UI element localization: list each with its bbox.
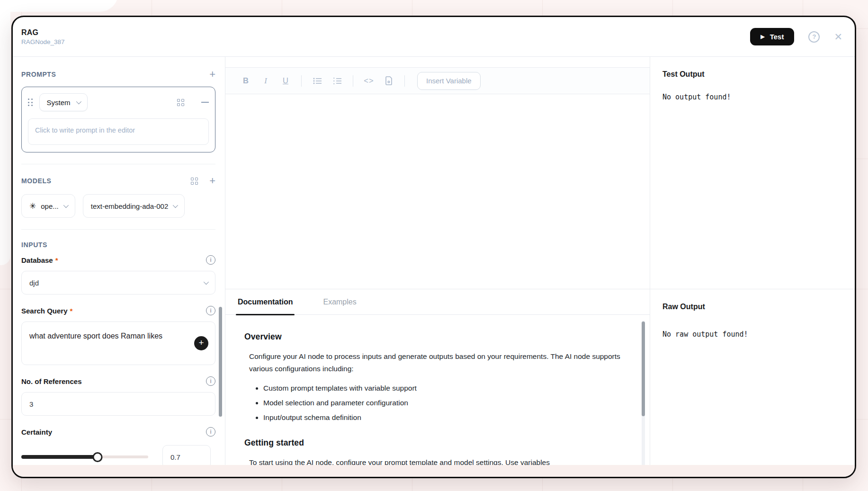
docs-scrollbar[interactable] [642,321,645,416]
divider [21,229,215,230]
provider-select[interactable]: ✳ ope... [21,194,75,218]
certainty-slider-fill [21,455,98,459]
prompt-role-select[interactable]: System [39,93,88,111]
background-canvas-node [0,0,118,12]
bullet-item: Custom prompt templates with variable su… [263,384,629,393]
bullet-item: Model selection and parameter configurat… [263,399,629,407]
openai-logo-icon: ✳ [29,202,36,210]
overview-bullet-list: Custom prompt templates with variable su… [244,384,629,422]
rag-node-modal: RAG RAGNode_387 ▶ Test ? ✕ PROMPTS + [11,16,856,478]
chevron-down-icon [63,203,69,208]
test-button[interactable]: ▶ Test [750,28,794,45]
test-button-label: Test [770,33,784,41]
overview-paragraph: Configure your AI node to process inputs… [244,350,629,375]
remove-prompt-icon[interactable] [201,102,209,103]
numbered-list-icon[interactable] [329,73,345,89]
test-output-empty-message: No output found! [662,93,842,101]
bullet-list-icon[interactable] [309,73,325,89]
database-label: Database [21,256,53,264]
certainty-slider[interactable] [21,452,148,462]
config-panel-scrollbar[interactable] [219,307,222,417]
bold-button[interactable]: B [238,73,254,89]
info-icon[interactable]: i [206,376,215,386]
required-asterisk: * [70,307,73,315]
required-asterisk: * [55,256,58,264]
models-grid-icon[interactable] [191,178,198,185]
database-select[interactable]: djd [21,271,215,295]
output-panel: Test Output No output found! Raw Output … [650,57,855,475]
close-icon[interactable]: ✕ [834,32,842,42]
add-model-button[interactable]: + [209,176,215,186]
model-value: text-embedding-ada-002 [91,202,168,210]
tab-documentation[interactable]: Documentation [238,298,293,314]
node-title: RAG [21,28,65,37]
drag-handle-icon[interactable] [28,98,33,106]
editor-column: B I U [225,57,650,475]
modal-bottom-clip [13,465,855,477]
chevron-down-icon [204,279,209,285]
database-value: djd [29,279,39,287]
toolbar-separator [404,75,405,87]
references-value: 3 [29,400,33,408]
getting-started-heading: Getting started [244,438,629,448]
inputs-section-label: INPUTS [21,241,215,249]
chevron-down-icon [173,203,178,208]
search-query-value: what adventure sport does Raman likes [29,332,162,340]
models-section-label: MODELS [21,177,52,185]
node-id: RAGNode_387 [21,38,65,45]
tab-examples[interactable]: Examples [323,298,356,314]
prompt-card: System Click to write prompt in the edit… [21,87,215,152]
insert-variable-button[interactable]: Insert Variable [417,72,481,90]
search-query-label: Search Query [21,307,68,315]
help-icon[interactable]: ? [808,31,820,43]
italic-button[interactable]: I [258,73,274,89]
chevron-down-icon [76,99,81,104]
search-query-input[interactable]: what adventure sport does Raman likes + [21,321,215,365]
modal-header: RAG RAGNode_387 ▶ Test ? ✕ [13,17,855,57]
info-icon[interactable]: i [206,306,215,315]
prompt-editor-canvas[interactable] [225,94,650,289]
add-prompt-button[interactable]: + [209,69,215,80]
toolbar-separator [353,75,353,87]
toolbar-separator [301,75,302,87]
editor-toolbar: B I U [225,67,650,94]
expand-grid-icon[interactable] [177,99,184,106]
references-input[interactable]: 3 [21,392,215,416]
raw-output-empty-message: No raw output found! [662,330,842,339]
certainty-slider-handle[interactable] [92,452,102,462]
file-icon[interactable] [381,73,397,89]
underline-button[interactable]: U [277,73,294,89]
test-output-title: Test Output [662,70,842,79]
prompts-section-label: PROMPTS [21,71,56,78]
documentation-content: Overview Configure your AI node to proce… [225,315,650,475]
prompt-role-value: System [47,98,71,107]
bullet-item: Input/output schema definition [263,413,629,422]
background-canvas-node-left [0,0,10,265]
references-label: No. of References [21,377,82,385]
prompt-editor-placeholder[interactable]: Click to write prompt in the editor [28,118,209,145]
divider [21,164,215,164]
overview-heading: Overview [244,332,629,342]
play-icon: ▶ [761,34,764,39]
certainty-label: Certainty [21,428,52,436]
info-icon[interactable]: i [206,427,215,437]
certainty-value: 0.7 [170,453,180,461]
config-panel: PROMPTS + System [13,57,225,475]
raw-output-title: Raw Output [662,303,842,311]
info-icon[interactable]: i [206,255,215,265]
provider-value: ope... [41,202,59,210]
code-button[interactable]: <> [361,73,377,89]
add-variable-icon[interactable]: + [194,336,208,350]
model-select[interactable]: text-embedding-ada-002 [83,194,185,218]
